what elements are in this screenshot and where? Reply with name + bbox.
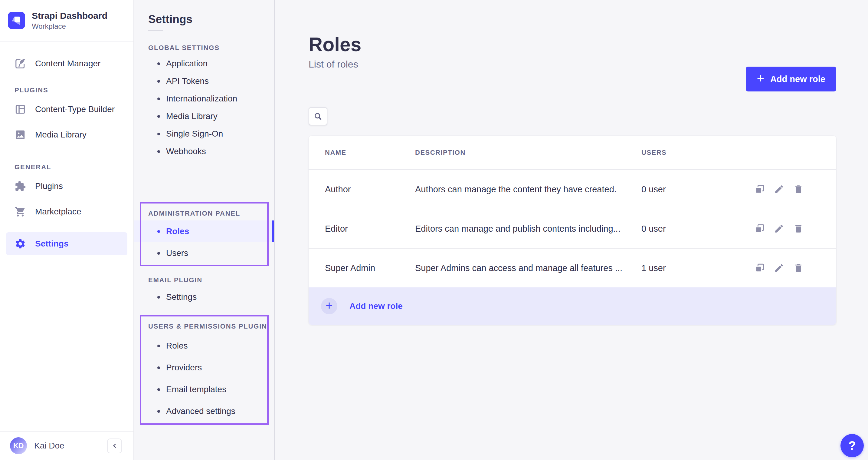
table-row[interactable]: Author Authors can manage the content th… bbox=[309, 169, 836, 209]
copy-icon bbox=[754, 224, 765, 234]
main-content: Roles List of roles + Add new role NAME … bbox=[275, 0, 868, 460]
subnav-item-up-roles[interactable]: Roles bbox=[134, 335, 274, 357]
sidebar-item-content-manager[interactable]: Content Manager bbox=[0, 52, 133, 76]
sidebar-item-label: Plugins bbox=[35, 181, 63, 191]
subnav-divider bbox=[148, 30, 163, 31]
group-administration-panel-annotated: ADMINISTRATION PANEL Roles Users bbox=[134, 202, 274, 266]
role-users-count: 0 user bbox=[641, 224, 751, 234]
user-name: Kai Doe bbox=[34, 441, 64, 451]
bullet-icon bbox=[157, 80, 160, 83]
subnav-item-email-templates[interactable]: Email templates bbox=[134, 378, 274, 400]
plus-icon: + bbox=[757, 72, 764, 85]
subnav-item-users[interactable]: Users bbox=[134, 242, 274, 264]
sidebar-item-label: Settings bbox=[35, 239, 68, 249]
role-description: Editors can manage and publish contents … bbox=[415, 224, 641, 234]
sidebar-item-label: Media Library bbox=[35, 130, 87, 140]
chevron-left-icon bbox=[111, 442, 118, 450]
table-row[interactable]: Super Admin Super Admins can access and … bbox=[309, 248, 836, 287]
subnav-item-application[interactable]: Application bbox=[134, 55, 274, 73]
trash-icon bbox=[793, 184, 804, 194]
role-name: Editor bbox=[325, 224, 415, 234]
sidebar-item-plugins[interactable]: Plugins bbox=[0, 174, 133, 199]
workspace-name: Workplace bbox=[32, 22, 107, 31]
brand-text: Strapi Dashboard Workplace bbox=[32, 10, 107, 31]
pencil-icon bbox=[774, 263, 784, 273]
role-users-count: 0 user bbox=[641, 184, 751, 194]
subnav-item-advanced-settings[interactable]: Advanced settings bbox=[134, 400, 274, 422]
subnav-item-api-tokens[interactable]: API Tokens bbox=[134, 73, 274, 90]
edit-role-button[interactable] bbox=[774, 223, 784, 234]
duplicate-role-button[interactable] bbox=[754, 263, 765, 274]
subnav-item-media-library[interactable]: Media Library bbox=[134, 108, 274, 125]
column-header-name: NAME bbox=[325, 149, 415, 156]
bullet-icon bbox=[157, 367, 160, 369]
delete-role-button[interactable] bbox=[793, 263, 804, 274]
copy-icon bbox=[754, 263, 765, 273]
table-footer-add-role[interactable]: + Add new role bbox=[309, 287, 836, 325]
bullet-icon bbox=[157, 115, 160, 118]
subnav-item-providers[interactable]: Providers bbox=[134, 357, 274, 378]
delete-role-button[interactable] bbox=[793, 223, 804, 234]
subnav-title: Settings bbox=[148, 13, 274, 26]
sidebar-section-general: GENERAL bbox=[0, 163, 133, 171]
settings-subnav: Settings GLOBAL SETTINGS Application API… bbox=[134, 0, 275, 460]
table-row[interactable]: Editor Editors can manage and publish co… bbox=[309, 209, 836, 248]
add-new-role-footer-label: Add new role bbox=[349, 301, 403, 311]
subnav-item-single-sign-on[interactable]: Single Sign-On bbox=[134, 125, 274, 143]
bullet-icon bbox=[157, 410, 160, 413]
trash-icon bbox=[793, 224, 804, 234]
roles-table-card: NAME DESCRIPTION USERS Author Authors ca… bbox=[309, 136, 836, 325]
bullet-icon bbox=[157, 62, 160, 65]
add-new-role-button[interactable]: + Add new role bbox=[746, 67, 836, 91]
subnav-item-internationalization[interactable]: Internationalization bbox=[134, 90, 274, 108]
duplicate-role-button[interactable] bbox=[754, 223, 765, 234]
page-header: Roles List of roles + Add new role bbox=[309, 34, 836, 70]
subnav-item-webhooks[interactable]: Webhooks bbox=[134, 143, 274, 160]
feather-pen-icon bbox=[14, 58, 26, 69]
pencil-icon bbox=[774, 224, 784, 234]
role-users-count: 1 user bbox=[641, 263, 751, 273]
group-label: ADMINISTRATION PANEL bbox=[134, 209, 274, 218]
collapse-sidebar-button[interactable] bbox=[107, 438, 122, 453]
group-label: USERS & PERMISSIONS PLUGIN bbox=[134, 322, 274, 330]
sidebar-item-settings[interactable]: Settings bbox=[6, 232, 127, 255]
column-header-description: DESCRIPTION bbox=[415, 149, 641, 156]
image-icon bbox=[14, 129, 26, 141]
sidebar-item-content-type-builder[interactable]: Content-Type Builder bbox=[0, 96, 133, 122]
sidebar-item-media-library[interactable]: Media Library bbox=[0, 122, 133, 147]
subnav-item-email-settings[interactable]: Settings bbox=[134, 288, 274, 306]
brand: Strapi Dashboard Workplace bbox=[0, 0, 133, 41]
help-button[interactable]: ? bbox=[840, 434, 864, 457]
bullet-icon bbox=[157, 230, 160, 233]
group-label: EMAIL PLUGIN bbox=[134, 276, 274, 284]
row-actions bbox=[751, 223, 836, 234]
bullet-icon bbox=[157, 252, 160, 255]
sidebar-item-marketplace[interactable]: Marketplace bbox=[0, 199, 133, 224]
delete-role-button[interactable] bbox=[793, 184, 804, 195]
row-actions bbox=[751, 184, 836, 195]
row-actions bbox=[751, 263, 836, 274]
search-button[interactable] bbox=[309, 107, 327, 125]
edit-role-button[interactable] bbox=[774, 263, 784, 274]
page-title: Roles bbox=[309, 34, 836, 55]
subnav-item-roles-active[interactable]: Roles bbox=[134, 221, 274, 242]
bullet-icon bbox=[157, 150, 160, 153]
bullet-icon bbox=[157, 133, 160, 135]
main-sidebar: Strapi Dashboard Workplace Content Manag… bbox=[0, 0, 134, 460]
shopping-cart-icon bbox=[14, 206, 26, 218]
sidebar-nav: Content Manager PLUGINS Content-Type Bui… bbox=[0, 41, 133, 431]
copy-icon bbox=[754, 184, 765, 194]
duplicate-role-button[interactable] bbox=[754, 184, 765, 195]
bullet-icon bbox=[157, 97, 160, 100]
group-global-settings: GLOBAL SETTINGS Application API Tokens I… bbox=[134, 44, 274, 160]
edit-role-button[interactable] bbox=[774, 184, 784, 195]
role-description: Authors can manage the content they have… bbox=[415, 184, 641, 194]
search-icon bbox=[313, 112, 322, 121]
sidebar-footer: KD Kai Doe bbox=[0, 431, 133, 460]
sidebar-item-label: Content Manager bbox=[35, 59, 100, 68]
plus-circle-icon: + bbox=[321, 298, 337, 314]
role-description: Super Admins can access and manage all f… bbox=[415, 263, 641, 273]
bullet-icon bbox=[157, 388, 160, 391]
app-root: Strapi Dashboard Workplace Content Manag… bbox=[0, 0, 868, 460]
role-name: Author bbox=[325, 184, 415, 194]
